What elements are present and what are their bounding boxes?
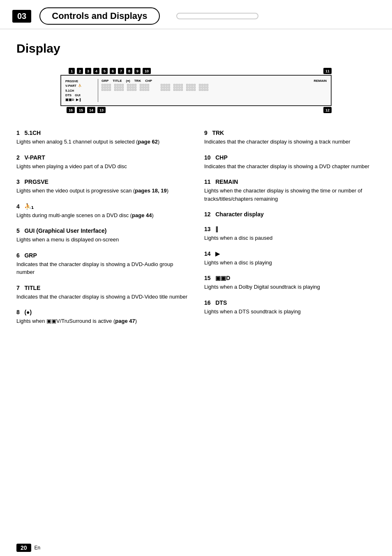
desc-text-15: Lights when a Dolby Digital soundtrack i… xyxy=(204,283,376,291)
desc-text-7: Indicates that the character display is … xyxy=(16,293,188,301)
descriptions-grid: 1 5.1CH Lights when analog 5.1 channel o… xyxy=(16,130,376,334)
seg-block-7 xyxy=(186,84,196,91)
desc-text-16: Lights when a DTS soundtrack is playing xyxy=(204,308,376,316)
label-trk: TRK xyxy=(134,79,141,83)
seg-block-6 xyxy=(173,84,183,91)
desc-heading-7: 7 TITLE xyxy=(16,285,188,291)
desc-text-11: Lights when the character display is sho… xyxy=(204,187,376,203)
label-circle: (●) xyxy=(126,79,130,83)
badge-16: 16 xyxy=(67,107,75,113)
desc-heading-3: 3 PRGSVE xyxy=(16,178,188,185)
chapter-badge: 03 xyxy=(12,10,31,23)
display-diagram: 1 2 3 4 5 6 7 8 9 10 11 PRGSVE V-PART ⛹ xyxy=(16,68,376,113)
desc-heading-9: 9 TRK xyxy=(204,130,376,136)
label-title: TITLE xyxy=(113,79,122,83)
desc-text-6: Indicates that the character display is … xyxy=(16,260,188,276)
desc-item-16: 16 DTS Lights when a DTS soundtrack is p… xyxy=(204,299,376,316)
desc-heading-6: 6 GRP xyxy=(16,252,188,259)
bottom-badges-row: 16 15 14 13 12 xyxy=(60,107,332,113)
desc-item-8: 8 (●) Lights when ▣▣V/TruSurround is act… xyxy=(16,309,188,325)
desc-text-1: Lights when analog 5.1 channel output is… xyxy=(16,138,188,146)
panel-right-segs xyxy=(161,84,208,91)
desc-item-14: 14 ▶ Lights when a disc is playing xyxy=(204,250,376,267)
badge-2: 2 xyxy=(77,68,83,74)
desc-item-3: 3 PRGSVE Lights when the video output is… xyxy=(16,178,188,195)
desc-item-10: 10 CHP Indicates that the character disp… xyxy=(204,154,376,171)
desc-item-13: 13 ‖ Lights when a disc is paused xyxy=(204,226,376,242)
desc-item-11: 11 REMAIN Lights when the character disp… xyxy=(204,178,376,203)
badge-15: 15 xyxy=(77,107,85,113)
display-panel: PRGSVE V-PART ⛹ 5.1CH DTS GUI ▣▣D ▶ ‖ GR… xyxy=(60,75,332,106)
desc-item-12: 12 Character display xyxy=(204,211,376,218)
desc-heading-14: 14 ▶ xyxy=(204,250,376,257)
desc-text-4: Lights during multi-angle scenes on a DV… xyxy=(16,211,188,220)
desc-item-7: 7 TITLE Indicates that the character dis… xyxy=(16,285,188,301)
desc-heading-11: 11 REMAIN xyxy=(204,178,376,185)
page-footer: 20 En xyxy=(0,540,392,556)
desc-heading-5: 5 GUI (Graphical User Interface) xyxy=(16,227,188,234)
badge-1: 1 xyxy=(69,68,75,74)
label-chp: CHP xyxy=(145,79,152,83)
seg-block-2 xyxy=(114,84,124,91)
desc-item-6: 6 GRP Indicates that the character displ… xyxy=(16,252,188,276)
descriptions-col2: 9 TRK Indicates that the character displ… xyxy=(204,130,376,334)
badge-4: 4 xyxy=(93,68,99,74)
page-body: Display 1 2 3 4 5 6 7 8 9 10 11 xyxy=(0,29,392,346)
panel-left-section: PRGSVE V-PART ⛹ 5.1CH DTS GUI ▣▣D ▶ ‖ xyxy=(65,79,98,102)
desc-text-2: Lights when playing a video part of a DV… xyxy=(16,162,188,171)
desc-text-9: Indicates that the character display is … xyxy=(204,138,376,146)
top-badges-row: 1 2 3 4 5 6 7 8 9 10 11 xyxy=(60,68,332,74)
desc-text-3: Lights when the video output is progress… xyxy=(16,187,188,195)
descriptions-col1: 1 5.1CH Lights when analog 5.1 channel o… xyxy=(16,130,188,334)
panel-seg-row xyxy=(101,84,327,91)
diagram-outer: 1 2 3 4 5 6 7 8 9 10 11 PRGSVE V-PART ⛹ xyxy=(60,68,332,113)
desc-heading-4: 4 ⛹₁ xyxy=(16,203,188,210)
desc-item-4: 4 ⛹₁ Lights during multi-angle scenes on… xyxy=(16,203,188,220)
desc-item-5: 5 GUI (Graphical User Interface) Lights … xyxy=(16,227,188,244)
desc-text-10: Indicates that the character display is … xyxy=(204,162,376,171)
desc-item-15: 15 ▣▣D Lights when a Dolby Digital sound… xyxy=(204,275,376,291)
badge-13: 13 xyxy=(97,107,106,113)
desc-heading-15: 15 ▣▣D xyxy=(204,275,376,281)
seg-block-4 xyxy=(140,84,149,91)
desc-heading-12: 12 Character display xyxy=(204,211,376,218)
desc-text-13: Lights when a disc is paused xyxy=(204,234,376,242)
panel-mid-labels: GRP TITLE (●) TRK CHP REMAIN xyxy=(101,79,327,83)
badge-5: 5 xyxy=(101,68,108,74)
page-title: Controls and Displays xyxy=(39,7,159,25)
desc-heading-16: 16 DTS xyxy=(204,299,376,306)
badge-7: 7 xyxy=(118,68,124,74)
desc-heading-8: 8 (●) xyxy=(16,309,188,315)
desc-text-8: Lights when ▣▣V/TruSurround is active (p… xyxy=(16,317,188,325)
badge-11: 11 xyxy=(323,68,332,74)
page-header: 03 Controls and Displays xyxy=(0,0,392,29)
desc-item-9: 9 TRK Indicates that the character displ… xyxy=(204,130,376,146)
section-title: Display xyxy=(16,42,376,56)
desc-heading-10: 10 CHP xyxy=(204,154,376,161)
seg-block-3 xyxy=(127,84,136,91)
badge-8: 8 xyxy=(126,68,132,74)
badge-6: 6 xyxy=(110,68,116,74)
desc-heading-2: 2 V-PART xyxy=(16,154,188,161)
panel-left-text: PRGSVE V-PART ⛹ 5.1CH DTS GUI ▣▣D ▶ ‖ xyxy=(65,79,95,102)
page-number: 20 xyxy=(16,544,31,552)
desc-item-2: 2 V-PART Lights when playing a video par… xyxy=(16,154,188,171)
desc-heading-1: 1 5.1CH xyxy=(16,130,188,136)
badge-14: 14 xyxy=(87,107,95,113)
desc-heading-13: 13 ‖ xyxy=(204,226,376,232)
label-grp: GRP xyxy=(101,79,108,83)
desc-item-1: 1 5.1CH Lights when analog 5.1 channel o… xyxy=(16,130,188,146)
desc-text-5: Lights when a menu is displayed on-scree… xyxy=(16,236,188,244)
badge-9: 9 xyxy=(134,68,141,74)
badge-3: 3 xyxy=(85,68,91,74)
panel-mid: GRP TITLE (●) TRK CHP REMAIN xyxy=(101,79,327,102)
seg-block-1 xyxy=(101,84,111,91)
page-language: En xyxy=(35,545,41,551)
badge-12: 12 xyxy=(323,107,332,113)
seg-block-5 xyxy=(161,84,170,91)
desc-text-14: Lights when a disc is playing xyxy=(204,259,376,267)
badge-10: 10 xyxy=(143,68,151,74)
label-remain: REMAIN xyxy=(314,79,327,83)
seg-block-8 xyxy=(199,84,208,91)
header-right-pill xyxy=(176,13,258,19)
